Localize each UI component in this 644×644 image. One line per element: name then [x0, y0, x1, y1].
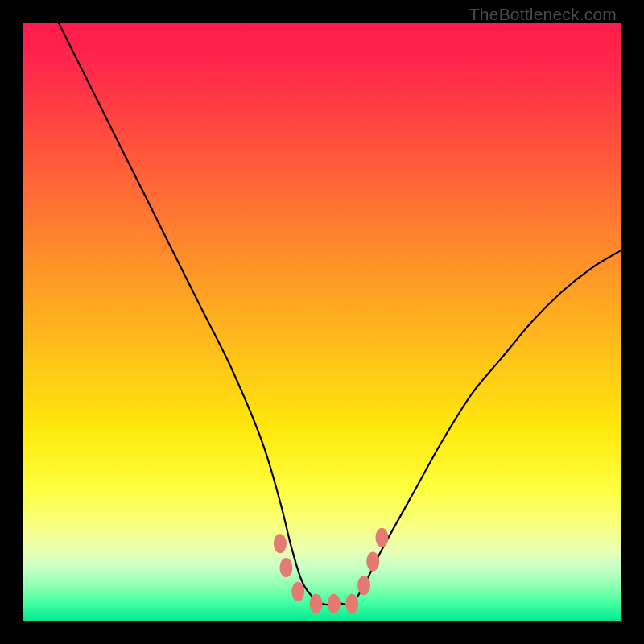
curve-layer [23, 23, 621, 621]
curve-marker [274, 534, 287, 553]
plot-area [23, 23, 621, 621]
curve-marker [328, 594, 341, 613]
curve-marker [375, 528, 388, 547]
chart-frame: TheBottleneck.com [0, 0, 644, 644]
curve-marker [345, 594, 358, 613]
bottleneck-curve [59, 23, 621, 605]
curve-marker [291, 582, 304, 601]
curve-marker [366, 552, 379, 572]
curve-marker [279, 558, 292, 577]
watermark-text: TheBottleneck.com [469, 5, 617, 24]
curve-markers [274, 528, 388, 613]
curve-marker [310, 594, 323, 613]
curve-marker [357, 576, 370, 595]
